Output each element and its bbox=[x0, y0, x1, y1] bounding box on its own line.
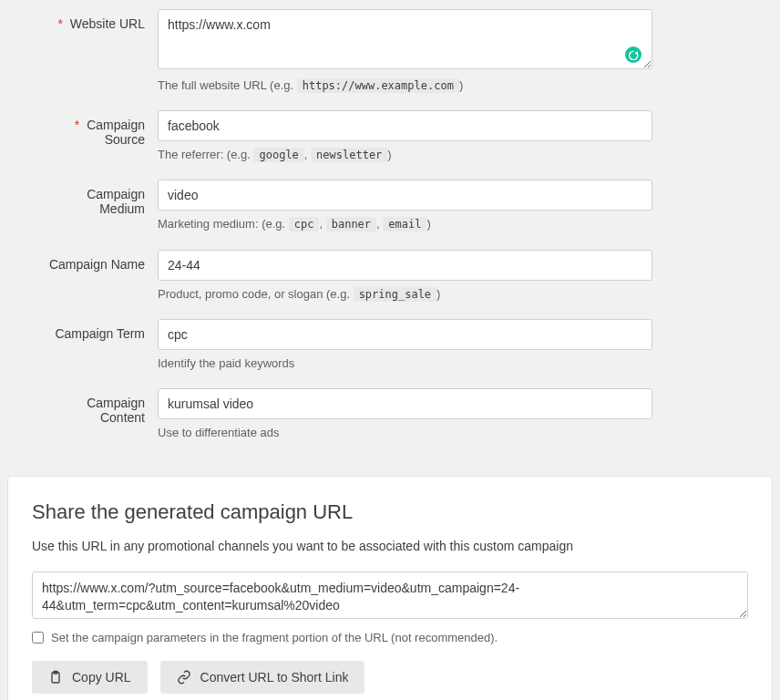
label-website-url: * Website URL bbox=[41, 9, 158, 94]
help-code: spring_sale bbox=[354, 287, 436, 302]
campaign-content-input[interactable] bbox=[158, 388, 652, 419]
label-campaign-content: Campaign Content bbox=[41, 388, 158, 441]
label-text: Campaign Medium bbox=[87, 187, 145, 216]
row-campaign-content: Campaign Content Use to differentiate ad… bbox=[41, 388, 652, 441]
utm-form: * Website URL https://www.x.com The full… bbox=[0, 0, 780, 476]
help-code: newsletter bbox=[311, 148, 387, 162]
help-text: The referrer: (e.g. bbox=[158, 148, 253, 161]
input-col-campaign-term: Identify the paid keywords bbox=[158, 319, 652, 372]
help-code: cpc bbox=[289, 217, 320, 232]
input-col-campaign-content: Use to differentiate ads bbox=[158, 388, 652, 441]
help-text: ) bbox=[426, 217, 430, 231]
help-text: The full website URL (e.g. bbox=[158, 78, 297, 92]
help-text: Product, promo code, or slogan (e.g. bbox=[158, 287, 354, 301]
campaign-name-input[interactable] bbox=[158, 250, 652, 281]
help-campaign-content: Use to differentiate ads bbox=[158, 425, 652, 441]
clipboard-icon bbox=[48, 670, 63, 685]
help-code: email bbox=[383, 217, 426, 232]
copy-url-label: Copy URL bbox=[72, 670, 131, 685]
help-text: , bbox=[304, 148, 311, 161]
help-code: https://www.example.com bbox=[297, 78, 459, 93]
row-campaign-name: Campaign Name Product, promo code, or sl… bbox=[41, 250, 652, 303]
fragment-checkbox-label: Set the campaign parameters in the fragm… bbox=[51, 631, 498, 644]
required-asterisk: * bbox=[57, 16, 62, 31]
website-url-input[interactable]: https://www.x.com bbox=[158, 9, 652, 69]
input-col-campaign-name: Product, promo code, or slogan (e.g. spr… bbox=[158, 250, 652, 303]
website-url-wrap: https://www.x.com bbox=[158, 9, 652, 72]
convert-url-label: Convert URL to Short Link bbox=[200, 670, 349, 685]
help-code: google bbox=[253, 148, 303, 162]
help-website-url: The full website URL (e.g. https://www.e… bbox=[158, 77, 652, 94]
label-text: Campaign Source bbox=[87, 118, 145, 147]
help-code: banner bbox=[326, 217, 376, 232]
label-campaign-name: Campaign Name bbox=[41, 250, 158, 303]
help-text: Marketing medium: (e.g. bbox=[158, 217, 289, 231]
generated-url-output[interactable]: https://www.x.com/?utm_source=facebook&u… bbox=[32, 571, 748, 619]
input-col-website-url: https://www.x.com The full website URL (… bbox=[158, 9, 652, 94]
row-website-url: * Website URL https://www.x.com The full… bbox=[41, 9, 652, 94]
label-text: Campaign Content bbox=[87, 396, 145, 425]
campaign-medium-input[interactable] bbox=[158, 180, 652, 211]
input-col-campaign-medium: Marketing medium: (e.g. cpc, banner, ema… bbox=[158, 180, 652, 232]
row-campaign-source: * Campaign Source The referrer: (e.g. go… bbox=[41, 110, 652, 163]
label-text: Website URL bbox=[70, 16, 145, 31]
row-campaign-term: Campaign Term Identify the paid keywords bbox=[41, 319, 652, 372]
grammarly-icon bbox=[625, 46, 641, 63]
required-asterisk: * bbox=[75, 118, 79, 132]
help-text: ) bbox=[459, 78, 463, 92]
campaign-term-input[interactable] bbox=[158, 319, 652, 350]
help-text: , bbox=[319, 217, 325, 231]
label-text: Campaign Name bbox=[49, 257, 145, 272]
row-campaign-medium: Campaign Medium Marketing medium: (e.g. … bbox=[41, 180, 652, 232]
label-campaign-source: * Campaign Source bbox=[41, 110, 158, 163]
copy-url-button[interactable]: Copy URL bbox=[32, 661, 148, 694]
campaign-source-input[interactable] bbox=[158, 110, 652, 141]
share-heading: Share the generated campaign URL bbox=[32, 500, 748, 524]
help-campaign-name: Product, promo code, or slogan (e.g. spr… bbox=[158, 286, 652, 303]
help-campaign-medium: Marketing medium: (e.g. cpc, banner, ema… bbox=[158, 216, 652, 232]
link-icon bbox=[177, 670, 191, 685]
help-text: ) bbox=[387, 148, 391, 161]
fragment-option-row: Set the campaign parameters in the fragm… bbox=[32, 631, 748, 644]
convert-url-button[interactable]: Convert URL to Short Link bbox=[160, 661, 365, 694]
label-campaign-medium: Campaign Medium bbox=[41, 180, 158, 232]
label-campaign-term: Campaign Term bbox=[41, 319, 158, 372]
help-campaign-source: The referrer: (e.g. google, newsletter) bbox=[158, 147, 652, 163]
input-col-campaign-source: The referrer: (e.g. google, newsletter) bbox=[158, 110, 652, 163]
share-panel: Share the generated campaign URL Use thi… bbox=[7, 476, 773, 700]
share-description: Use this URL in any promotional channels… bbox=[32, 539, 748, 553]
help-campaign-term: Identify the paid keywords bbox=[158, 355, 652, 372]
fragment-checkbox[interactable] bbox=[32, 632, 44, 643]
share-buttons: Copy URL Convert URL to Short Link bbox=[32, 661, 748, 694]
help-text: ) bbox=[436, 287, 440, 301]
label-text: Campaign Term bbox=[55, 326, 145, 341]
